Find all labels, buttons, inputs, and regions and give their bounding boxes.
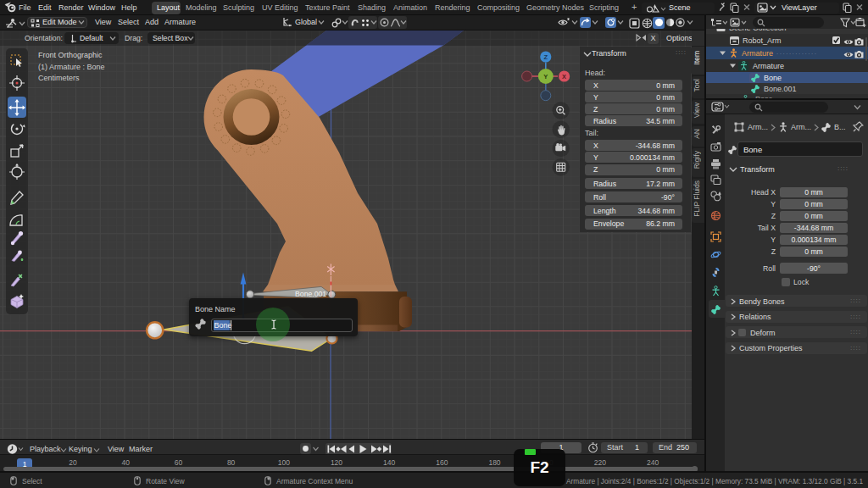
svg-text:Bone.001: Bone.001: [295, 290, 326, 298]
svg-text:X: X: [562, 73, 566, 80]
svg-text:Y: Y: [543, 73, 548, 80]
svg-text:Z: Z: [544, 53, 548, 61]
